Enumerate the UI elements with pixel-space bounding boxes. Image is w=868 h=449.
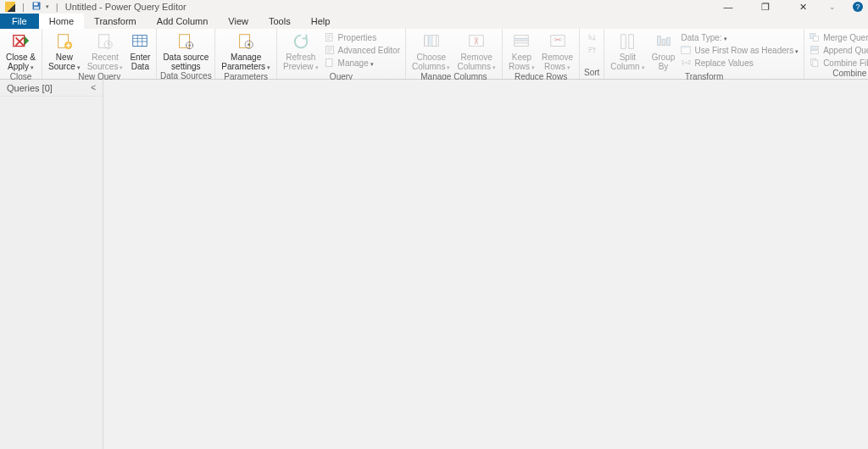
group-close: Close & Apply Close [0,29,42,79]
svg-point-14 [248,43,250,46]
svg-rect-2 [34,7,39,9]
tab-transform[interactable]: Transform [84,14,147,29]
remove-columns-button[interactable]: Remove Columns [454,30,498,72]
replace-values-button[interactable]: 12Replace Values [679,57,800,69]
tab-add-column[interactable]: Add Column [147,14,219,29]
editor-body: Queries [0] < [0,80,868,449]
help-icon[interactable]: ? [853,2,863,12]
combine-files-button[interactable]: Combine Files [808,57,868,69]
data-type-button[interactable]: Data Type: [679,31,800,43]
group-label-sort: Sort [580,68,604,79]
group-transform: Split Column Group By Data Type: Use Fir… [604,29,804,79]
tab-tools[interactable]: Tools [259,14,301,29]
sort-asc-button[interactable] [585,32,598,44]
svg-rect-1 [34,3,38,5]
queries-title: Queries [0] [7,83,53,93]
group-manage-columns: Choose Columns Remove Columns Manage Col… [406,29,503,79]
advanced-editor-button[interactable]: Advanced Editor [323,44,402,56]
svg-rect-32 [682,47,691,48]
split-column-button[interactable]: Split Column [608,30,647,72]
new-source-button[interactable]: New Source [46,30,83,72]
group-label-combine: Combine [804,69,868,79]
collapse-queries-icon[interactable]: < [91,83,96,92]
svg-rect-26 [621,35,626,49]
svg-rect-27 [629,35,634,49]
qat-dropdown-icon[interactable]: ▾ [46,3,49,10]
svg-rect-40 [813,60,818,67]
ribbon-collapse-icon[interactable]: ⌄ [829,3,836,11]
keep-rows-button[interactable]: Keep Rows [506,30,537,72]
ribbon: Close & Apply Close New Source Recent So… [0,29,868,80]
save-icon[interactable] [31,1,42,13]
remove-rows-button[interactable]: Remove Rows [539,30,576,72]
window-title: Untitled - Power Query Editor [65,2,186,12]
merge-queries-button[interactable]: Merge Queries [808,31,868,43]
tab-file[interactable]: File [0,14,39,29]
svg-rect-17 [326,59,332,67]
title-bar: | ▾ | Untitled - Power Query Editor — ❐ … [0,0,868,14]
enter-data-button[interactable]: Enter Data [127,30,153,71]
append-queries-button[interactable]: Append Queries [808,44,868,56]
svg-rect-24 [550,36,565,47]
svg-rect-29 [662,39,665,45]
group-by-button[interactable]: Group By [649,30,678,71]
manage-button[interactable]: Manage [323,57,402,69]
choose-columns-button[interactable]: Choose Columns [409,30,453,72]
close-window-button[interactable]: ✕ [792,2,814,13]
data-source-settings-button[interactable]: Data source settings [160,30,211,71]
ribbon-tabs: File Home Transform Add Column View Tool… [0,14,868,29]
recent-sources-button[interactable]: Recent Sources [85,30,126,72]
refresh-preview-button[interactable]: Refresh Preview [281,30,321,72]
svg-rect-37 [811,47,819,50]
svg-text:2: 2 [688,59,692,65]
svg-rect-30 [666,37,670,45]
tab-view[interactable]: View [218,14,259,29]
group-parameters: Manage Parameters Parameters [215,29,277,79]
separator: | [22,2,25,12]
svg-rect-36 [814,36,819,42]
properties-button[interactable]: Properties [323,31,402,43]
tab-home[interactable]: Home [39,14,84,29]
svg-rect-9 [180,35,190,48]
close-apply-button[interactable]: Close & Apply [3,30,38,72]
group-sort: Sort [580,29,604,79]
manage-parameters-button[interactable]: Manage Parameters [219,30,273,72]
separator: | [56,2,58,12]
svg-rect-8 [133,36,147,47]
app-icon [5,2,15,12]
maximize-button[interactable]: ❐ [754,2,776,13]
svg-rect-28 [657,36,660,46]
svg-text:1: 1 [682,59,685,65]
group-query: Refresh Preview Properties Advanced Edit… [277,29,406,79]
queries-pane: Queries [0] < [0,80,103,449]
group-reduce-rows: Keep Rows Remove Rows Reduce Rows [503,29,580,79]
svg-rect-38 [811,51,819,54]
group-data-sources: Data source settings Data Sources [157,29,215,79]
group-combine: Merge Queries Append Queries Combine Fil… [804,29,868,79]
group-new-query: New Source Recent Sources Enter Data New… [42,29,157,79]
svg-point-11 [189,44,192,47]
sort-desc-button[interactable] [585,45,598,57]
minimize-button[interactable]: — [717,2,739,12]
editor-canvas [103,80,868,449]
tab-help[interactable]: Help [301,14,341,29]
first-row-headers-button[interactable]: Use First Row as Headers [679,44,800,56]
